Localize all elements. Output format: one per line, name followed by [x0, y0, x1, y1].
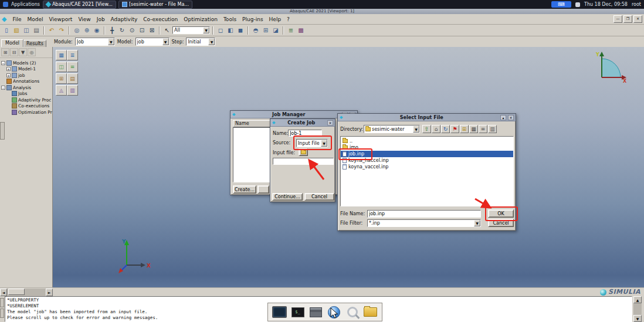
file-list[interactable]: ..imojob.inpkoyna_haccel.inpkoyna_vaccel… [340, 136, 514, 206]
expand-icon[interactable]: + [6, 67, 11, 71]
terminal-icon[interactable]: $_ [290, 305, 305, 319]
source-combo[interactable]: Input File ▼ [296, 139, 328, 147]
tree-item-job[interactable]: +job [0, 72, 52, 79]
taskbar-window-sesimic-water-file-ma[interactable]: [sesimic-water - File Ma... [118, 1, 192, 9]
cancel-button[interactable]: Cancel [304, 193, 334, 201]
restore-icon[interactable]: ❐ [623, 15, 632, 23]
scroll-left-icon[interactable]: ◄ [0, 289, 7, 296]
shaded-render-icon[interactable]: ◼ [236, 26, 245, 35]
scroll-right-icon[interactable]: ► [46, 289, 53, 296]
box-zoom-icon[interactable]: ⊠ [147, 26, 157, 35]
file-row-koyna-vaccel-inp[interactable]: koyna_vaccel.inp [341, 164, 513, 170]
open-database-icon[interactable]: ▧ [12, 26, 21, 35]
new-model-database-icon[interactable]: ▯ [2, 26, 11, 35]
rotate-view-icon[interactable]: ↻ [117, 26, 127, 35]
ok-button[interactable]: OK [488, 209, 514, 218]
file-name-input[interactable] [367, 210, 481, 218]
tree-item-optimization-pr[interactable]: Optimization Pr [0, 109, 52, 116]
new-directory-icon[interactable]: ⊞ [460, 125, 469, 133]
chevron-down-icon[interactable]: ▼ [162, 38, 169, 45]
tab-model[interactable]: Model [1, 39, 23, 47]
tree-item-model-1[interactable]: +Model-1 [0, 66, 52, 73]
chevron-down-icon[interactable]: ▼ [108, 38, 114, 45]
tree-item-analysis[interactable]: −Analysis [0, 84, 52, 91]
minimize-icon[interactable]: ▴ [500, 115, 506, 120]
tree-horizontal-scrollbar[interactable]: ◄ ► [0, 289, 53, 296]
minimize-icon[interactable]: — [614, 15, 622, 23]
magnifier-icon[interactable] [345, 305, 360, 319]
auto-fit-view-icon[interactable]: ⊡ [137, 26, 147, 35]
create-adaptivity-process-tool-icon[interactable]: ◫ [56, 62, 67, 72]
input-method-indicator[interactable]: ⌨ [551, 1, 571, 8]
web-browser-globe-icon[interactable] [327, 305, 341, 319]
select-input-file-titlebar[interactable]: ◆ Select Input File ▴ ✕ [338, 114, 516, 121]
render-beam-profiles-icon[interactable]: ≣ [286, 26, 296, 35]
redo-icon[interactable]: ↷ [57, 26, 66, 35]
menu-adaptivity[interactable]: Adaptivity [108, 15, 141, 23]
collapse-icon[interactable]: − [1, 86, 5, 90]
browse-input-file-button[interactable] [299, 148, 308, 156]
expand-icon[interactable]: + [6, 73, 11, 77]
tree-search-icon[interactable]: ◎ [28, 48, 36, 56]
file-cabinet-icon[interactable] [309, 305, 323, 319]
applications-menu[interactable]: Applications [11, 2, 40, 7]
create-optimization-process-tool-icon[interactable]: ◬ [56, 85, 67, 96]
tree-item-adaptivity-proc[interactable]: Adaptivity Proc [0, 97, 52, 103]
perspective-icon[interactable]: ◓ [251, 26, 260, 35]
scroll-down-icon[interactable]: ▼ [633, 315, 642, 322]
panel-collapse-handle[interactable] [0, 122, 5, 140]
menu-optimization[interactable]: Optimization [181, 15, 221, 23]
menu-plug-ins[interactable]: Plug-ins [239, 15, 266, 23]
tray-icon[interactable] [575, 2, 580, 7]
window-titlebar[interactable]: Abaqus/CAE 2021 [Viewport: 1] [0, 9, 644, 14]
model-combo[interactable]: job ▼ [135, 38, 170, 46]
message-area-tab[interactable] [0, 298, 4, 307]
color-code-icon[interactable]: ▩ [296, 26, 306, 35]
job-name-input[interactable] [288, 130, 322, 137]
job-manager-partially-hidden-button[interactable] [257, 185, 269, 194]
file-filter-combo[interactable]: *.inp ▼ [367, 219, 481, 227]
close-icon[interactable]: ✕ [633, 15, 642, 23]
chevron-down-icon[interactable]: ▼ [321, 140, 327, 147]
job-manager-tool-icon[interactable]: ≣ [67, 50, 78, 60]
view-cut-icon[interactable]: ◪ [271, 26, 280, 35]
menu-file[interactable]: File [9, 15, 24, 23]
collapse-icon[interactable]: − [1, 61, 5, 65]
undo-icon[interactable]: ↶ [47, 26, 56, 35]
tree-filter-icon[interactable]: ▼ [19, 48, 27, 56]
wireframe-render-icon[interactable]: ◻ [216, 26, 225, 35]
tab-results[interactable]: Results [23, 40, 46, 47]
customize-icon[interactable]: ◉ [92, 26, 101, 35]
scrollbar-thumb[interactable] [8, 289, 25, 295]
screenshot-tool-icon[interactable] [272, 305, 287, 319]
close-icon[interactable]: ✕ [327, 120, 333, 126]
views-toolbox-icon[interactable]: ⊞ [261, 26, 270, 35]
menu-co-execution[interactable]: Co-execution [140, 15, 181, 23]
reference-point-icon[interactable]: ⊕ [82, 26, 91, 35]
chevron-down-icon[interactable]: ▼ [203, 27, 209, 33]
query-icon[interactable]: ◎ [72, 26, 82, 35]
tree-item-annotations[interactable]: Annotations [0, 79, 52, 85]
tree-collapse-all-icon[interactable]: ⊟ [10, 48, 18, 56]
print-icon[interactable]: ▤ [32, 26, 41, 35]
zoom-view-icon[interactable]: ⊙ [127, 26, 137, 35]
sort-files-icon[interactable]: ≡ [479, 125, 487, 133]
menu-viewport[interactable]: Viewport [46, 15, 76, 23]
pan-view-icon[interactable]: ╋ [107, 26, 117, 35]
menu-help[interactable]: Help [266, 15, 284, 23]
menu-tools[interactable]: Tools [221, 15, 239, 23]
step-combo[interactable]: Initial ▼ [186, 38, 215, 46]
folder-icon[interactable] [363, 305, 378, 319]
scrollbar-track[interactable] [7, 289, 46, 296]
scroll-up-icon[interactable]: ▲ [633, 296, 642, 303]
file-row-item[interactable]: .. [341, 138, 513, 144]
display-group-combo[interactable]: All▼ [172, 26, 210, 34]
menu-model[interactable]: Model [25, 15, 46, 23]
command-line-tab[interactable] [0, 309, 4, 318]
create-job-tool-icon[interactable]: ▦ [56, 50, 67, 60]
home-directory-icon[interactable]: ⌂ [432, 125, 440, 133]
icon-view-icon[interactable]: ▦ [469, 125, 478, 133]
detail-view-icon[interactable]: ▥ [488, 125, 497, 133]
chevron-down-icon[interactable]: ▼ [413, 126, 419, 133]
menu-view[interactable]: View [75, 15, 93, 23]
